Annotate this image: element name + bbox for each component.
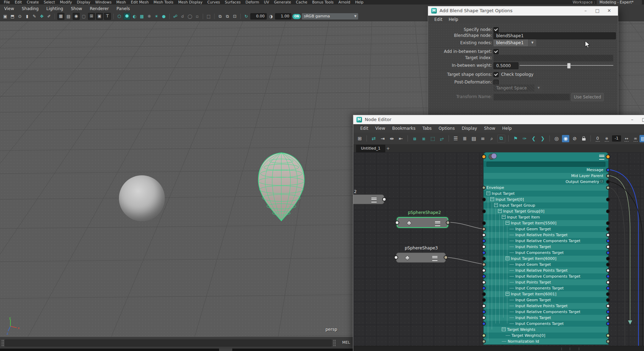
menu-mesh-display[interactable]: Mesh Display <box>176 0 205 5</box>
output-port[interactable] <box>444 255 448 260</box>
gate-mask-icon[interactable]: ▢ <box>81 13 87 19</box>
shadows-icon[interactable]: ● <box>161 13 167 19</box>
bookmark-next-icon[interactable]: ❯ <box>539 135 546 142</box>
expander-icon[interactable] <box>506 292 509 296</box>
attr-row-target-weights-0[interactable]: Target Weights[0] <box>484 333 608 338</box>
film-gate-icon[interactable]: ▤ <box>65 13 72 19</box>
textured-icon[interactable]: ◐ <box>131 13 138 19</box>
node-editor-menu-view[interactable]: View <box>375 124 385 133</box>
attr-row-input-target-item-6000[interactable]: Input Target Item[6000] <box>484 256 608 262</box>
slider-handle[interactable] <box>567 63 571 69</box>
check-topology-checkbox[interactable] <box>493 72 499 77</box>
attr-input-port[interactable] <box>482 298 486 302</box>
pin-selected-icon[interactable]: ⥂ <box>438 135 445 142</box>
exposure-icon[interactable]: ↻ <box>243 13 249 19</box>
traversal-depth-badge[interactable]: -1 <box>612 135 621 142</box>
dialog-menu-edit[interactable]: Edit <box>434 16 442 23</box>
capture-icon[interactable]: ⧉ <box>217 13 223 19</box>
attr-row-normalization-id[interactable]: Normalization Id <box>484 338 608 344</box>
attr-output-port[interactable] <box>606 227 610 231</box>
attr-output-port[interactable] <box>606 274 610 278</box>
expander-icon[interactable] <box>486 191 490 195</box>
bookmark-prev-icon[interactable]: ❮ <box>530 135 537 142</box>
node-editor-scrollbar[interactable] <box>353 346 644 351</box>
grease-pencil-icon[interactable]: ✐ <box>46 13 52 19</box>
side-panel-icon[interactable]: ▤ <box>639 135 644 142</box>
attr-input-port[interactable] <box>482 322 486 326</box>
attr-output-port[interactable] <box>606 280 610 284</box>
menu-uv[interactable]: UV <box>261 0 272 5</box>
attr-row-input-relative-points-target[interactable]: Input Relative Points Target <box>484 232 608 238</box>
node-editor-menu-display[interactable]: Display <box>462 124 477 133</box>
gamma-icon[interactable]: ◑ <box>268 13 274 19</box>
sync-selection-icon[interactable]: ⇄ <box>370 135 377 142</box>
expander-icon[interactable] <box>498 209 502 213</box>
exposure-field[interactable]: 0.00 <box>250 13 267 19</box>
attr-row-input-relative-points-target[interactable]: Input Relative Points Target <box>484 303 608 309</box>
wire-on-shaded-icon[interactable]: ❋ <box>146 13 152 19</box>
attr-input-port[interactable] <box>482 233 486 237</box>
attr-output-port[interactable] <box>606 310 610 314</box>
camera-view-icon[interactable]: ▣ <box>2 13 8 19</box>
selected-blendshape-mesh[interactable] <box>254 147 309 227</box>
swatch-small-icon[interactable]: ◎ <box>553 135 560 142</box>
close-button[interactable]: ✕ <box>603 6 615 15</box>
menu-mesh-tools[interactable]: Mesh Tools <box>151 0 176 5</box>
node-menu-icon[interactable] <box>371 198 377 202</box>
attr-output-port[interactable] <box>606 180 610 184</box>
grid-icon[interactable]: ▦ <box>57 13 64 20</box>
add-tab-button[interactable]: + <box>386 145 390 152</box>
bookmark-create-icon[interactable]: ⚑ <box>512 135 519 142</box>
expander-icon[interactable] <box>502 215 506 219</box>
panel-menu-shading[interactable]: Shading <box>22 6 39 12</box>
attr-output-port[interactable] <box>606 286 610 290</box>
isolate-select-icon[interactable]: ▫ <box>194 13 200 19</box>
attr-output-port[interactable] <box>606 322 610 326</box>
command-language-toggle[interactable]: MEL <box>342 340 350 345</box>
snapshot-icon[interactable]: ⊡ <box>232 13 238 19</box>
attr-input-port[interactable] <box>482 263 486 266</box>
attr-row-message[interactable]: Message <box>484 167 608 173</box>
safe-action-icon[interactable]: ▣ <box>96 13 103 20</box>
input-port[interactable] <box>394 255 398 260</box>
attr-output-port[interactable] <box>606 251 610 255</box>
attr-input-port[interactable] <box>482 274 486 278</box>
input-port[interactable] <box>395 221 399 225</box>
expand-plus-icon[interactable] <box>600 180 603 183</box>
add-upstream-icon[interactable]: ⧆ <box>420 135 427 142</box>
attr-row-target-weights[interactable]: Target Weights <box>484 327 608 333</box>
attr-row-mid-layer-parent[interactable]: Mid Layer Parent <box>484 173 608 179</box>
node-editor-titlebar[interactable]: M Node Editor –□ <box>353 115 644 125</box>
existing-nodes-dropdown[interactable]: blendShape1 <box>493 39 528 46</box>
node-editor-menu-options[interactable]: Options <box>438 124 454 133</box>
graph-input-connections-icon[interactable]: ⇥ <box>379 135 386 142</box>
graph-output-connections-icon[interactable]: ⇤ <box>397 135 404 142</box>
attr-row-input-geom-target[interactable]: Input Geom Target <box>484 226 608 232</box>
attr-output-port[interactable] <box>606 186 610 190</box>
attr-row-input-relative-components-target[interactable]: Input Relative Components Target <box>484 273 608 279</box>
attr-row-output-geometry[interactable]: Output Geometry <box>484 179 608 185</box>
attr-output-port[interactable] <box>606 263 610 266</box>
attr-row-input-geom-target[interactable]: Input Geom Target <box>484 297 608 303</box>
bookmark-edit-icon[interactable]: ✑ <box>521 135 528 142</box>
create-node-icon[interactable]: ⊞ <box>356 135 363 142</box>
node-editor-menu-edit[interactable]: Edit <box>360 124 368 133</box>
attr-input-port[interactable] <box>482 340 486 343</box>
attr-output-port[interactable] <box>606 316 610 320</box>
attr-output-port[interactable] <box>606 257 610 261</box>
smooth-shade-icon[interactable]: ⬢ <box>123 13 130 20</box>
lock-icon[interactable] <box>580 135 587 142</box>
node-menu-icon[interactable] <box>432 256 437 261</box>
node-output-port[interactable] <box>606 154 610 159</box>
attr-input-port[interactable] <box>482 292 486 296</box>
menu-generate[interactable]: Generate <box>272 0 293 5</box>
attr-input-port[interactable] <box>482 304 486 308</box>
panel-menu-renderer[interactable]: Renderer <box>90 6 109 12</box>
minimize-button[interactable]: – <box>626 115 638 124</box>
use-selected-button[interactable]: Use Selected <box>571 93 604 101</box>
expander-icon[interactable] <box>506 256 509 260</box>
xray-joints-icon[interactable]: ☌ <box>179 13 186 19</box>
workspace-selector[interactable]: Workspace :Modeling - Expert* <box>573 0 642 5</box>
menu-select[interactable]: Select <box>41 0 57 5</box>
graph-all-connections-icon[interactable]: ⇹ <box>388 135 395 142</box>
